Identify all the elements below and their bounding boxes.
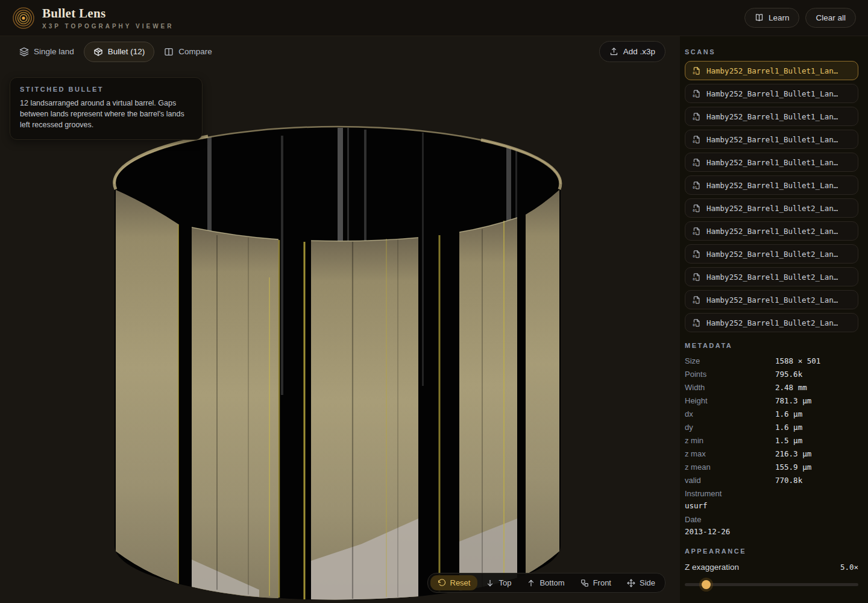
metadata-label: Height (685, 396, 775, 405)
stitched-bullet-info-card: STITCHED BULLET 12 landsarranged around … (10, 77, 203, 140)
scan-filename: Hamby252_Barrel1_Bullet2_Lan… (706, 273, 838, 282)
metadata-row: Points 795.6k (685, 367, 858, 380)
metadata-row: valid 770.8k (685, 473, 858, 487)
metadata-label: Width (685, 383, 775, 392)
box-icon (93, 47, 103, 57)
metadata-label: z max (685, 449, 775, 458)
reset-view-label: Reset (450, 578, 471, 587)
svg-text:01: 01 (693, 139, 697, 143)
tab-label: Bullet (12) (108, 47, 145, 56)
metadata-label: dy (685, 423, 775, 432)
side-view-button[interactable]: Side (620, 575, 662, 590)
file-digit-icon: 01 (692, 181, 701, 190)
metadata-value: 1.6 μm (775, 423, 802, 432)
book-icon (755, 13, 764, 22)
scan-list-item[interactable]: 01 Hamby252_Barrel1_Bullet2_Lan… (685, 221, 858, 241)
metadata-blocks: Instrument usurf Date 2013-12-26 (685, 488, 858, 538)
tab-bullet[interactable]: Bullet (12) (84, 42, 155, 62)
metadata-value: 781.3 μm (775, 396, 811, 405)
upload-icon (609, 47, 618, 56)
metadata-value: 2.48 mm (775, 383, 807, 392)
scan-list-item[interactable]: 01 Hamby252_Barrel1_Bullet2_Lan… (685, 267, 858, 286)
svg-text:01: 01 (693, 231, 697, 235)
file-digit-icon: 01 (692, 318, 701, 327)
tab-single-land[interactable]: Single land (10, 42, 84, 62)
arrow-up-icon (527, 579, 535, 587)
metadata-row: Size 1588 × 501 (685, 354, 858, 367)
metadata-label: Instrument (685, 488, 858, 500)
metadata-label: Date (685, 514, 858, 526)
scan-filename: Hamby252_Barrel1_Bullet1_Lan… (706, 181, 838, 190)
move-icon (627, 579, 635, 587)
metadata-row: z mean 155.9 μm (685, 460, 858, 473)
front-view-button[interactable]: Front (573, 575, 618, 590)
metadata-row: dx 1.6 μm (685, 407, 858, 420)
scan-filename: Hamby252_Barrel1_Bullet2_Lan… (706, 318, 838, 327)
svg-text:01: 01 (693, 71, 697, 74)
scan-list-item[interactable]: 01 Hamby252_Barrel1_Bullet1_Lan… (685, 84, 858, 103)
learn-button[interactable]: Learn (744, 8, 800, 28)
file-digit-icon: 01 (692, 204, 701, 213)
scan-list-item[interactable]: 01 Hamby252_Barrel1_Bullet2_Lan… (685, 313, 858, 332)
file-digit-icon: 01 (692, 89, 701, 98)
metadata-value: 770.8k (775, 476, 802, 485)
scans-section-title: SCANS (685, 48, 858, 55)
file-digit-icon: 01 (692, 66, 701, 75)
metadata-label: z mean (685, 463, 775, 472)
top-view-button[interactable]: Top (479, 575, 518, 590)
bottom-view-button[interactable]: Bottom (520, 575, 571, 590)
svg-text:01: 01 (693, 93, 697, 97)
scan-list-item[interactable]: 01 Hamby252_Barrel1_Bullet1_Lan… (685, 130, 858, 149)
metadata-value: 1588 × 501 (775, 356, 820, 365)
metadata-label: valid (685, 476, 775, 485)
svg-text:01: 01 (693, 116, 697, 120)
scan-list-item[interactable]: 01 Hamby252_Barrel1_Bullet2_Lan… (685, 290, 858, 309)
metadata-value: 2013-12-26 (685, 526, 858, 538)
metadata-row: dy 1.6 μm (685, 420, 858, 434)
metadata-value: 155.9 μm (775, 463, 811, 472)
slider-track[interactable] (685, 583, 858, 586)
bullet-lens-logo-icon (12, 7, 35, 30)
bring-to-front-icon (580, 579, 589, 587)
top-view-label: Top (498, 578, 511, 587)
scan-filename: Hamby252_Barrel1_Bullet1_Lan… (706, 112, 838, 121)
metadata-block: Date 2013-12-26 (685, 514, 858, 538)
scan-list-item[interactable]: 01 Hamby252_Barrel1_Bullet1_Lan… (685, 61, 858, 80)
metadata-row: Height 781.3 μm (685, 394, 858, 407)
metadata-row: Width 2.48 mm (685, 380, 858, 394)
slider-thumb[interactable] (702, 580, 711, 589)
scan-filename: Hamby252_Barrel1_Bullet2_Lan… (706, 295, 838, 305)
svg-text:01: 01 (693, 300, 697, 303)
topography-viewport[interactable]: Single land Bullet (12) Compare Add .x3p (0, 36, 680, 603)
scan-list-item[interactable]: 01 Hamby252_Barrel1_Bullet1_Lan… (685, 107, 858, 126)
bottom-view-label: Bottom (539, 578, 564, 587)
tab-compare[interactable]: Compare (154, 42, 222, 62)
metadata-row: z min 1.5 μm (685, 434, 858, 447)
file-digit-icon: 01 (692, 112, 701, 121)
clear-all-button-label: Clear all (816, 13, 846, 22)
learn-button-label: Learn (769, 13, 790, 22)
file-digit-icon: 01 (692, 295, 701, 305)
add-x3p-button-label: Add .x3p (623, 47, 655, 56)
metadata-value: 1.5 μm (775, 436, 802, 445)
metadata-rows: Size 1588 × 501 Points 795.6k Width 2.48… (685, 354, 858, 487)
add-x3p-button[interactable]: Add .x3p (599, 41, 665, 62)
info-card-title: STITCHED BULLET (20, 86, 192, 93)
rotate-ccw-icon (438, 579, 446, 587)
file-digit-icon: 01 (692, 158, 701, 167)
scan-list-item[interactable]: 01 Hamby252_Barrel1_Bullet2_Lan… (685, 244, 858, 264)
scan-list-item[interactable]: 01 Hamby252_Barrel1_Bullet1_Lan… (685, 153, 858, 172)
svg-text:01: 01 (693, 254, 697, 257)
camera-view-controls: Reset Top Bottom Front (427, 573, 666, 593)
page-subtitle: X3P TOPOGRAPHY VIEWER (42, 23, 174, 30)
reset-view-button[interactable]: Reset (430, 575, 478, 590)
scan-list-item[interactable]: 01 Hamby252_Barrel1_Bullet2_Lan… (685, 198, 858, 218)
page-title: Bullet Lens (42, 6, 174, 21)
tab-label: Single land (34, 47, 74, 56)
scan-list-item[interactable]: 01 Hamby252_Barrel1_Bullet1_Lan… (685, 175, 858, 195)
z-exaggeration-row: Z exaggeration 5.0× (685, 563, 858, 572)
metadata-label: dx (685, 409, 775, 418)
z-exaggeration-label: Z exaggeration (685, 563, 739, 572)
clear-all-button[interactable]: Clear all (805, 8, 856, 28)
z-exaggeration-slider[interactable] (685, 580, 858, 589)
